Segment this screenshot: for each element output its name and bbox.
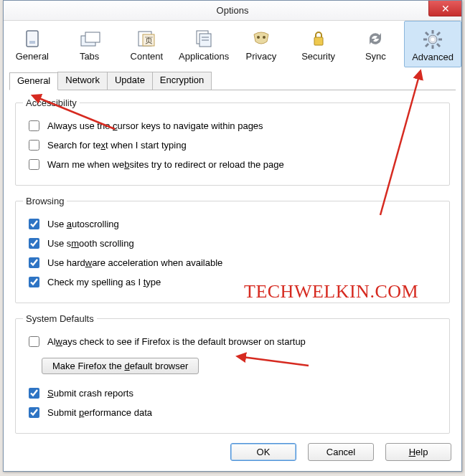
subtab-update[interactable]: Update: [107, 72, 153, 90]
checkbox-label: Always check to see if Firefox is the de…: [47, 336, 306, 347]
subtab-general[interactable]: General: [9, 72, 58, 90]
accessibility-cursor-keys-checkbox[interactable]: [29, 120, 39, 131]
system-submit-perf[interactable]: Submit performance data: [26, 405, 439, 420]
help-button[interactable]: Help: [385, 443, 451, 461]
toolbar-general[interactable]: General: [4, 21, 61, 67]
make-default-browser-button[interactable]: Make Firefox the default browser: [42, 358, 199, 374]
sync-icon: [347, 27, 405, 51]
title-bar: Options ✕: [4, 1, 461, 21]
svg-rect-3: [85, 32, 100, 42]
browsing-autoscrolling[interactable]: Use autoscrolling: [26, 216, 439, 232]
toolbar-content[interactable]: 页 Content: [118, 21, 176, 67]
svg-line-20: [437, 44, 440, 47]
browsing-spellcheck-checkbox[interactable]: [29, 277, 39, 287]
browsing-group: Browsing Use autoscrolling Use smooth sc…: [15, 196, 450, 303]
close-icon: ✕: [441, 3, 450, 14]
checkbox-label: Always use the cursor keys to navigate w…: [47, 120, 263, 131]
browsing-spellcheck[interactable]: Check my spelling as I type: [26, 275, 439, 290]
browsing-autoscrolling-checkbox[interactable]: [29, 219, 39, 229]
svg-point-23: [431, 38, 435, 42]
toolbar-applications[interactable]: Applications: [175, 21, 232, 67]
checkbox-label: Use smooth scrolling: [47, 238, 134, 249]
svg-line-22: [437, 32, 440, 35]
checkbox-label: Submit crash reports: [47, 388, 133, 399]
cancel-button[interactable]: Cancel: [308, 443, 374, 461]
checkbox-label: Use autoscrolling: [47, 219, 119, 229]
system-always-check-default[interactable]: Always check to see if Firefox is the de…: [26, 334, 439, 349]
system-submit-crash[interactable]: Submit crash reports: [26, 386, 439, 401]
dialog-buttons: OK Cancel Help: [230, 443, 451, 461]
gear-icon: [405, 27, 461, 52]
close-button[interactable]: ✕: [428, 1, 461, 16]
options-window: Options ✕ General Tabs 页 Content: [3, 0, 462, 472]
mask-icon: [232, 27, 290, 51]
browsing-legend: Browsing: [23, 196, 67, 206]
box-icon: [4, 27, 61, 51]
svg-rect-1: [29, 41, 35, 44]
checkbox-label: Submit performance data: [47, 407, 152, 418]
accessibility-search-text-checkbox[interactable]: [29, 140, 39, 151]
toolbar-sync[interactable]: Sync: [347, 21, 405, 67]
subtab-network[interactable]: Network: [57, 72, 108, 90]
subtab-encryption[interactable]: Encryption: [152, 72, 212, 90]
svg-line-21: [426, 44, 428, 47]
system-submit-perf-checkbox[interactable]: [29, 407, 39, 418]
toolbar-tabs[interactable]: Tabs: [61, 21, 118, 67]
browsing-hw-accel-checkbox[interactable]: [29, 257, 39, 268]
ok-button[interactable]: OK: [230, 443, 296, 461]
system-submit-crash-checkbox[interactable]: [29, 388, 39, 399]
window-title: Options: [217, 5, 249, 16]
accessibility-group: Accessibility Always use the cursor keys…: [15, 97, 450, 186]
checkbox-label: Use hardware acceleration when available: [47, 257, 222, 268]
browsing-smooth-scrolling[interactable]: Use smooth scrolling: [26, 236, 439, 251]
system-defaults-legend: System Defaults: [23, 313, 97, 324]
accessibility-cursor-keys[interactable]: Always use the cursor keys to navigate w…: [26, 118, 439, 133]
browsing-smooth-scrolling-checkbox[interactable]: [29, 238, 39, 249]
toolbar-security[interactable]: Security: [290, 21, 347, 67]
category-toolbar: General Tabs 页 Content Applications Priv…: [4, 21, 461, 67]
accessibility-warn-redirect[interactable]: Warn me when websites try to redirect or…: [26, 157, 439, 172]
browsing-hw-accel[interactable]: Use hardware acceleration when available: [26, 255, 439, 270]
page-icon: 页: [118, 27, 176, 51]
advanced-subtabs: General Network Update Encryption: [9, 72, 456, 90]
svg-line-19: [426, 32, 428, 35]
system-always-check-default-checkbox[interactable]: [29, 336, 39, 347]
accessibility-legend: Accessibility: [23, 97, 80, 108]
accessibility-warn-redirect-checkbox[interactable]: [29, 159, 39, 170]
toolbar-advanced[interactable]: Advanced: [404, 21, 461, 67]
checkbox-label: Search for text when I start typing: [47, 140, 187, 151]
tabs-icon: [61, 27, 118, 51]
accessibility-search-text[interactable]: Search for text when I start typing: [26, 138, 439, 153]
checkbox-label: Warn me when websites try to redirect or…: [47, 159, 284, 170]
svg-rect-0: [27, 31, 38, 47]
lock-icon: [290, 27, 347, 51]
svg-point-11: [257, 36, 260, 39]
apps-icon: [175, 27, 232, 51]
advanced-general-panel: Accessibility Always use the cursor keys…: [9, 90, 456, 449]
toolbar-privacy[interactable]: Privacy: [232, 21, 290, 67]
system-defaults-group: System Defaults Always check to see if F…: [15, 313, 450, 434]
checkbox-label: Check my spelling as I type: [47, 277, 161, 287]
svg-rect-13: [314, 37, 323, 45]
svg-text:页: 页: [145, 36, 153, 44]
svg-point-12: [263, 36, 266, 39]
